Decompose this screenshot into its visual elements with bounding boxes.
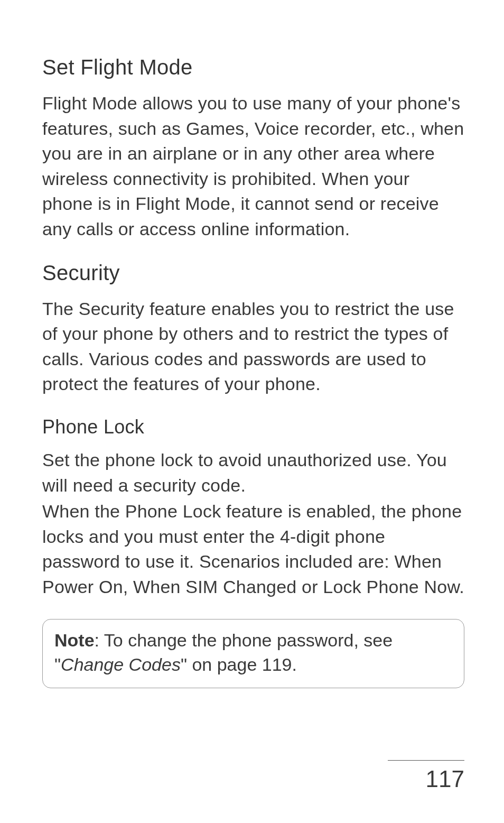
- note-link-change-codes: Change Codes: [61, 654, 181, 674]
- heading-security: Security: [42, 261, 464, 285]
- page-footer: 117: [388, 760, 464, 792]
- note-box: Note: To change the phone password, see …: [42, 619, 464, 689]
- note-text-2: " on page 119.: [181, 654, 297, 674]
- paragraph-flight-mode: Flight Mode allows you to use many of yo…: [42, 91, 464, 242]
- heading-phone-lock: Phone Lock: [42, 416, 464, 438]
- paragraph-phone-lock-2: When the Phone Lock feature is enabled, …: [42, 499, 464, 599]
- page-number: 117: [388, 766, 464, 792]
- paragraph-phone-lock-1: Set the phone lock to avoid unauthorized…: [42, 448, 464, 498]
- note-label: Note: [54, 630, 95, 650]
- paragraph-security: The Security feature enables you to rest…: [42, 297, 464, 397]
- heading-set-flight-mode: Set Flight Mode: [42, 56, 464, 79]
- page-rule: [388, 760, 464, 761]
